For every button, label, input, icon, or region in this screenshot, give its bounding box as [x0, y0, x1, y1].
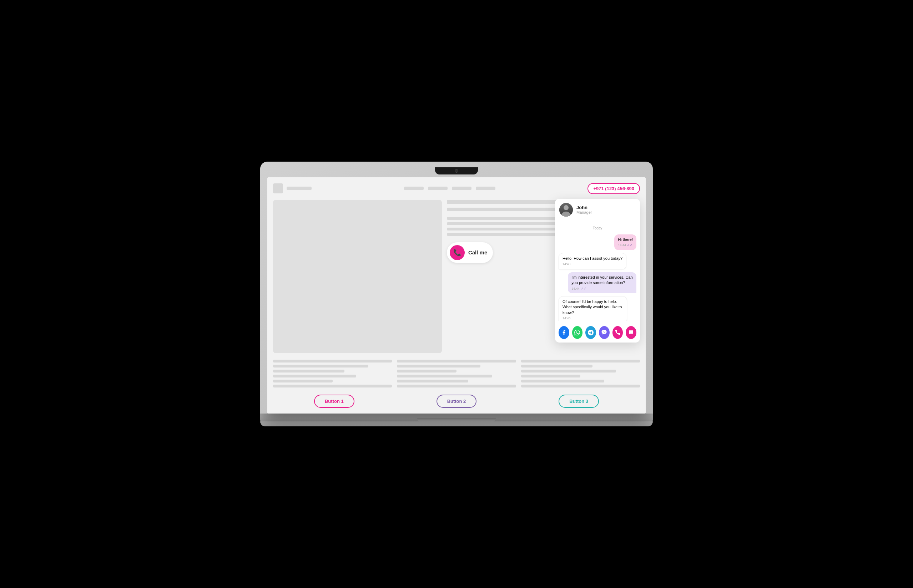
- chat-agent-info: John Manager: [577, 205, 592, 215]
- nav-item-4: [476, 187, 495, 190]
- bl-3-3: [521, 370, 616, 373]
- msg-meta-3: 14:44 ✓✓: [571, 286, 633, 291]
- bl-1-5: [273, 380, 333, 383]
- bl-3-1: [521, 360, 640, 362]
- laptop-lid: +971 (123) 456-890: [260, 162, 653, 414]
- bl-2-3: [397, 370, 457, 373]
- chat-agent-role: Manager: [577, 210, 592, 215]
- social-icons-row: [555, 323, 640, 342]
- nav-placeholder-1: [287, 187, 312, 190]
- nav-item-2: [428, 187, 448, 190]
- top-bar-left: [273, 183, 312, 193]
- message-1: Hi there! 14:44 ✓✓: [559, 234, 637, 250]
- button-2[interactable]: Button 2: [436, 395, 477, 408]
- nav-item-3: [452, 187, 472, 190]
- bl-2-1: [397, 360, 516, 362]
- msg-time-2: 14:43: [562, 262, 571, 267]
- msg-time-3: 14:44: [571, 286, 580, 291]
- msg-time-1: 14:44: [618, 243, 626, 248]
- msg-bubble-3: I'm interested in your services. Can you…: [568, 272, 637, 293]
- call-me-label: Call me: [468, 249, 487, 255]
- chat-agent-name: John: [577, 205, 592, 210]
- bl-2-2: [397, 365, 480, 367]
- button-3[interactable]: Button 3: [559, 395, 599, 408]
- bottom-col-3: [521, 360, 640, 388]
- msg-text-2: Hello! How can I assist you today?: [562, 256, 622, 260]
- bl-1-1: [273, 360, 392, 362]
- bl-2-6: [397, 384, 516, 388]
- phone-icon[interactable]: [612, 326, 623, 339]
- msg-meta-4: 14:45: [562, 316, 623, 321]
- viber-icon[interactable]: [599, 326, 609, 339]
- logo-placeholder: [273, 183, 283, 193]
- laptop-bottom: [260, 422, 653, 426]
- bl-1-2: [273, 365, 368, 367]
- top-bar-center: [404, 187, 495, 190]
- date-divider: Today: [559, 226, 637, 230]
- bl-2-5: [397, 380, 468, 383]
- message-4: Of course! I'd be happy to help. What sp…: [559, 296, 637, 321]
- telegram-icon[interactable]: [585, 326, 596, 339]
- msg-bubble-2: Hello! How can I assist you today? 14:43: [559, 253, 626, 270]
- bl-1-3: [273, 370, 344, 373]
- call-me-button[interactable]: 📞 Call me: [447, 242, 493, 263]
- content-line-2: [447, 208, 559, 211]
- left-image-placeholder: [273, 200, 442, 354]
- msg-ticks-1: ✓✓: [627, 243, 633, 248]
- chat-icon[interactable]: [626, 326, 637, 339]
- msg-text-1: Hi there!: [618, 237, 633, 242]
- bl-3-6: [521, 384, 640, 388]
- nav-item-1: [404, 187, 424, 190]
- msg-meta-2: 14:43: [562, 262, 622, 267]
- bl-3-2: [521, 365, 593, 367]
- msg-text-3: I'm interested in your services. Can you…: [571, 275, 632, 285]
- msg-ticks-3: ✓✓: [581, 286, 587, 291]
- chat-messages[interactable]: Today Hi there! 14:44 ✓✓: [555, 221, 640, 321]
- phone-badge[interactable]: +971 (123) 456-890: [588, 183, 640, 194]
- bl-2-4: [397, 375, 492, 378]
- screen-content: +971 (123) 456-890: [267, 177, 646, 414]
- call-icon: 📞: [450, 245, 465, 260]
- bottom-col-1: [273, 360, 392, 388]
- chat-header: John Manager: [555, 199, 640, 221]
- msg-bubble-4: Of course! I'd be happy to help. What sp…: [559, 296, 627, 321]
- bottom-columns: [273, 360, 640, 388]
- message-3: I'm interested in your services. Can you…: [559, 272, 637, 293]
- message-2: Hello! How can I assist you today? 14:43: [559, 253, 637, 270]
- bl-1-6: [273, 384, 392, 388]
- laptop-mockup: +971 (123) 456-890: [260, 162, 653, 427]
- top-bar: +971 (123) 456-890: [273, 183, 640, 194]
- bottom-col-2: [397, 360, 516, 388]
- msg-bubble-1: Hi there! 14:44 ✓✓: [614, 234, 637, 250]
- bl-3-4: [521, 375, 581, 378]
- msg-text-4: Of course! I'd be happy to help. What sp…: [562, 299, 622, 315]
- laptop-base: [260, 414, 653, 422]
- laptop-notch: [435, 167, 478, 174]
- bl-3-5: [521, 380, 604, 383]
- whatsapp-icon[interactable]: [572, 326, 583, 339]
- facebook-icon[interactable]: [559, 326, 569, 339]
- bl-1-4: [273, 375, 356, 378]
- button-1[interactable]: Button 1: [314, 395, 354, 408]
- chat-widget: John Manager Today Hi there! 14:44: [555, 199, 640, 342]
- button-row: Button 1 Button 2 Button 3: [273, 395, 640, 408]
- avatar: [559, 203, 573, 216]
- laptop-screen: +971 (123) 456-890: [267, 177, 646, 414]
- laptop-hinge: [417, 418, 496, 422]
- msg-time-4: 14:45: [562, 316, 571, 321]
- avatar-image: [559, 203, 573, 216]
- msg-meta-1: 14:44 ✓✓: [618, 243, 633, 248]
